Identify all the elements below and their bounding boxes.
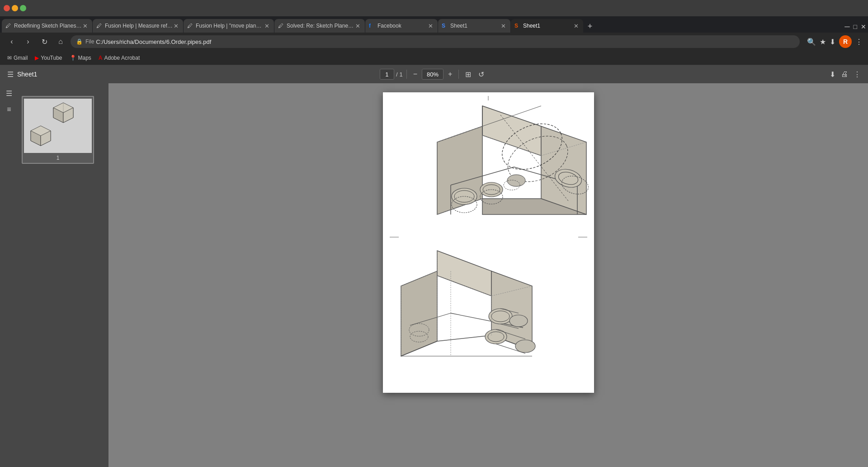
main-area: ☰ ≡ bbox=[0, 83, 868, 467]
tab-7[interactable]: S Sheet1 ✕ bbox=[511, 19, 583, 33]
minimize-window-btn[interactable] bbox=[12, 5, 18, 11]
back-button[interactable]: ‹ bbox=[5, 35, 18, 48]
tab-7-label: Sheet1 bbox=[523, 23, 540, 29]
tab-3-favicon: 🖊 bbox=[187, 23, 193, 29]
rotate-button[interactable]: ↺ bbox=[476, 69, 487, 80]
tab-4[interactable]: 🖊 Solved: Re: Sketch Plane move... ✕ bbox=[274, 19, 365, 33]
side-outline-icon[interactable]: ≡ bbox=[3, 103, 15, 116]
maps-icon: 📍 bbox=[70, 55, 76, 61]
tab-4-favicon: 🖊 bbox=[278, 23, 284, 29]
tab-5-label: Facebook bbox=[377, 23, 401, 29]
maximize-window-btn[interactable] bbox=[20, 5, 26, 11]
tab-4-label: Solved: Re: Sketch Plane move... bbox=[287, 23, 354, 29]
zoom-out-button[interactable]: − bbox=[410, 69, 420, 79]
tab-1[interactable]: 🖊 Redefining Sketch Planes in Fu... ✕ bbox=[2, 19, 92, 33]
zoom-separator bbox=[406, 70, 407, 79]
tab-3-close[interactable]: ✕ bbox=[264, 23, 270, 29]
close-window-btn[interactable] bbox=[4, 5, 10, 11]
tab-1-favicon: 🖊 bbox=[5, 23, 12, 29]
nav-bar: ‹ › ↻ ⌂ 🔒 File C:/Users/richa/Documents/… bbox=[0, 33, 868, 51]
svg-point-60 bbox=[515, 340, 535, 353]
youtube-label: YouTube bbox=[41, 55, 62, 61]
tab-7-close[interactable]: ✕ bbox=[573, 23, 580, 29]
youtube-icon: ▶ bbox=[35, 55, 39, 61]
restore-btn[interactable]: □ bbox=[854, 23, 857, 31]
zoom-in-button[interactable]: + bbox=[445, 69, 455, 79]
pdf-print-icon[interactable]: 🖨 bbox=[841, 70, 848, 78]
pdf-page-total: 1 bbox=[400, 71, 403, 78]
tab-5-close[interactable]: ✕ bbox=[427, 23, 434, 29]
gmail-label: Gmail bbox=[14, 55, 28, 61]
tab-1-label: Redefining Sketch Planes in Fu... bbox=[14, 23, 82, 29]
thumbnail-svg bbox=[26, 100, 90, 151]
tab-2-favicon: 🖊 bbox=[96, 23, 103, 29]
bookmark-gmail[interactable]: ✉ Gmail bbox=[7, 55, 28, 61]
tab-2[interactable]: 🖊 Fusion Help | Measure referenc... ✕ bbox=[93, 19, 183, 33]
bookmarks-bar: ✉ Gmail ▶ YouTube 📍 Maps A Adobe Acrobat bbox=[0, 51, 868, 65]
address-lock-icon: 🔒 bbox=[76, 38, 83, 45]
bookmark-youtube[interactable]: ▶ YouTube bbox=[35, 55, 62, 61]
tab-6-favicon: S bbox=[442, 23, 448, 29]
tab-6[interactable]: S Sheet1 ✕ bbox=[438, 19, 510, 33]
acrobat-label: Adobe Acrobat bbox=[104, 55, 140, 61]
svg-point-34 bbox=[507, 175, 525, 186]
refresh-button[interactable]: ↻ bbox=[38, 35, 51, 48]
bookmark-icon[interactable]: ★ bbox=[820, 38, 826, 46]
pdf-download-icon[interactable]: ⬇ bbox=[830, 70, 835, 79]
address-prefix: File bbox=[85, 38, 94, 45]
title-bar bbox=[0, 0, 868, 16]
tab-2-label: Fusion Help | Measure referenc... bbox=[105, 23, 173, 29]
download-icon[interactable]: ⬇ bbox=[830, 38, 835, 46]
thumbnail-panel[interactable]: 1 bbox=[18, 92, 108, 167]
address-bar[interactable]: 🔒 File C:/Users/richa/Documents/6.Order.… bbox=[71, 35, 800, 48]
tab-5-favicon: f bbox=[369, 23, 375, 29]
zoom-separator-2 bbox=[458, 70, 459, 79]
tab-3-label: Fusion Help | "move plane" | A... bbox=[196, 23, 264, 29]
close-btn[interactable]: ✕ bbox=[861, 23, 866, 31]
tab-4-close[interactable]: ✕ bbox=[354, 23, 361, 29]
new-tab-button[interactable]: + bbox=[584, 20, 596, 33]
menu-icon[interactable]: ⋮ bbox=[855, 38, 863, 46]
address-text: C:/Users/richa/Documents/6.Order.pipes.p… bbox=[96, 38, 211, 45]
bookmark-maps[interactable]: 📍 Maps bbox=[70, 55, 91, 61]
fit-page-button[interactable]: ⊞ bbox=[462, 69, 474, 80]
cad-drawing-svg bbox=[383, 92, 594, 391]
tab-2-close[interactable]: ✕ bbox=[173, 23, 179, 29]
tab-6-label: Sheet1 bbox=[450, 23, 467, 29]
forward-button[interactable]: › bbox=[22, 35, 34, 48]
pdf-title: Sheet1 bbox=[17, 71, 37, 78]
pdf-content-area[interactable] bbox=[108, 83, 868, 467]
minimize-btn[interactable]: ─ bbox=[844, 23, 849, 31]
tab-6-close[interactable]: ✕ bbox=[500, 23, 507, 29]
tab-3[interactable]: 🖊 Fusion Help | "move plane" | A... ✕ bbox=[184, 19, 274, 33]
search-icon[interactable]: 🔍 bbox=[807, 38, 816, 46]
home-button[interactable]: ⌂ bbox=[54, 35, 67, 48]
pdf-zoom-input[interactable] bbox=[422, 69, 443, 80]
user-avatar[interactable]: R bbox=[839, 35, 852, 48]
tab-1-close[interactable]: ✕ bbox=[82, 23, 89, 29]
thumbnail-page-number: 1 bbox=[57, 155, 60, 161]
side-thumbnail-icon[interactable]: ☰ bbox=[3, 87, 15, 100]
thumbnail-page-1[interactable]: 1 bbox=[22, 96, 94, 164]
left-panel: ☰ ≡ bbox=[0, 83, 108, 467]
pdf-page-separator: / bbox=[396, 71, 398, 78]
bookmark-acrobat[interactable]: A Adobe Acrobat bbox=[99, 55, 140, 61]
thumbnail-image bbox=[24, 99, 92, 153]
pdf-page-input[interactable] bbox=[380, 69, 394, 80]
acrobat-icon: A bbox=[99, 55, 103, 61]
pdf-page bbox=[383, 92, 594, 393]
tabs-bar: 🖊 Redefining Sketch Planes in Fu... ✕ 🖊 … bbox=[0, 16, 868, 33]
svg-point-55 bbox=[509, 315, 528, 327]
pdf-toolbar: ☰ Sheet1 / 1 − + ⊞ ↺ ⬇ 🖨 ⋮ bbox=[0, 65, 868, 83]
maps-label: Maps bbox=[78, 55, 91, 61]
tab-7-favicon: S bbox=[514, 23, 521, 29]
gmail-icon: ✉ bbox=[7, 55, 12, 61]
pdf-menu-icon[interactable]: ☰ bbox=[7, 70, 14, 79]
tab-5[interactable]: f Facebook ✕ bbox=[365, 19, 438, 33]
pdf-more-icon[interactable]: ⋮ bbox=[854, 70, 861, 79]
